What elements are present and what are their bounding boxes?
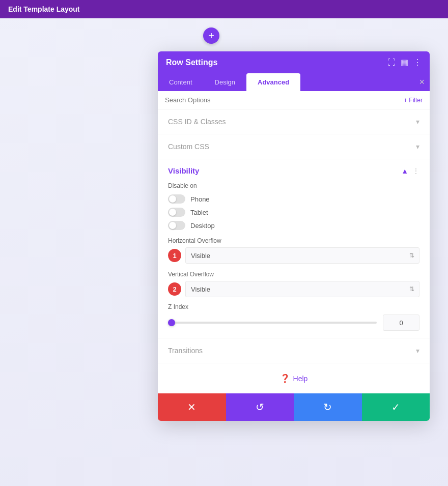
- transitions-label: Transitions: [168, 347, 203, 355]
- save-button[interactable]: ✓: [362, 393, 430, 421]
- toggle-row-desktop: Desktop: [168, 221, 419, 230]
- tab-advanced[interactable]: Advanced: [246, 73, 300, 91]
- tablet-toggle[interactable]: [168, 208, 185, 217]
- toggle-row-phone: Phone: [168, 194, 419, 204]
- vertical-overflow-label: Vertical Overflow: [168, 271, 419, 278]
- horizontal-overflow-label: Horizontal Overflow: [168, 237, 419, 244]
- visibility-chevron-up[interactable]: ▲: [401, 167, 408, 175]
- custom-css-section[interactable]: Custom CSS ▾: [158, 134, 430, 159]
- horizontal-overflow-select-wrapper: Visible Hidden Scroll Auto ⇅: [185, 247, 419, 264]
- search-input[interactable]: [165, 96, 404, 104]
- visibility-section: Visibility ▲ ⋮ Disable on Phone Tablet: [158, 159, 430, 338]
- close-button[interactable]: ×: [413, 73, 430, 91]
- css-id-section[interactable]: CSS ID & Classes ▾: [158, 109, 430, 134]
- vertical-overflow-row: 2 Visible Hidden Scroll Auto ⇅: [168, 281, 419, 297]
- horizontal-overflow-row: 1 Visible Hidden Scroll Auto ⇅: [168, 247, 419, 264]
- horizontal-overflow-badge: 1: [168, 249, 181, 262]
- columns-icon[interactable]: ▦: [401, 58, 408, 67]
- panel-body: CSS ID & Classes ▾ Custom CSS ▾ Visibili…: [158, 109, 430, 393]
- panel-title: Row Settings: [166, 58, 217, 67]
- desktop-label: Desktop: [190, 222, 215, 230]
- help-row: ❓ Help: [158, 363, 430, 393]
- vertical-overflow-group: Vertical Overflow 2 Visible Hidden Scrol…: [168, 271, 419, 297]
- z-index-label: Z Index: [168, 303, 419, 310]
- transitions-chevron: ▾: [416, 347, 419, 355]
- vertical-overflow-badge: 2: [168, 282, 181, 296]
- canvas-area: + Row Settings ⛶ ▦ ⋮ Content Design Adva…: [0, 18, 448, 486]
- css-id-chevron: ▾: [416, 118, 419, 126]
- visibility-title: Visibility: [168, 166, 199, 175]
- undo-button[interactable]: ↺: [226, 393, 294, 421]
- tabs-row: Content Design Advanced ×: [158, 73, 430, 91]
- tablet-label: Tablet: [190, 209, 208, 216]
- tab-design[interactable]: Design: [204, 73, 246, 91]
- vertical-overflow-select-wrapper: Visible Hidden Scroll Auto ⇅: [185, 281, 419, 297]
- desktop-toggle[interactable]: [168, 221, 185, 230]
- redo-button[interactable]: ↻: [294, 393, 362, 421]
- panel-header: Row Settings ⛶ ▦ ⋮: [158, 51, 430, 73]
- top-bar-title: Edit Template Layout: [8, 5, 80, 13]
- help-icon: ❓: [280, 374, 290, 383]
- fullscreen-icon[interactable]: ⛶: [387, 58, 396, 67]
- bottom-bar: ✕ ↺ ↻ ✓: [158, 393, 430, 421]
- toggle-row-tablet: Tablet: [168, 208, 419, 217]
- css-id-label: CSS ID & Classes: [168, 118, 226, 126]
- horizontal-overflow-group: Horizontal Overflow 1 Visible Hidden Scr…: [168, 237, 419, 264]
- row-settings-panel: Row Settings ⛶ ▦ ⋮ Content Design Advanc…: [158, 51, 430, 421]
- transitions-section[interactable]: Transitions ▾: [158, 338, 430, 363]
- top-bar: Edit Template Layout: [0, 0, 448, 18]
- search-bar: + Filter: [158, 91, 430, 109]
- add-section-button[interactable]: +: [203, 27, 219, 44]
- tab-content[interactable]: Content: [158, 73, 204, 91]
- custom-css-label: Custom CSS: [168, 142, 209, 151]
- phone-label: Phone: [190, 195, 210, 203]
- more-options-icon[interactable]: ⋮: [413, 58, 422, 67]
- cancel-button[interactable]: ✕: [158, 393, 226, 421]
- z-index-row: [168, 315, 419, 331]
- z-index-slider[interactable]: [168, 322, 377, 324]
- custom-css-chevron: ▾: [416, 142, 419, 151]
- horizontal-overflow-select[interactable]: Visible Hidden Scroll Auto: [185, 247, 419, 264]
- visibility-header: Visibility ▲ ⋮: [168, 166, 419, 175]
- visibility-icons: ▲ ⋮: [401, 167, 419, 175]
- help-link[interactable]: Help: [293, 375, 308, 383]
- z-index-group: Z Index: [168, 303, 419, 331]
- phone-toggle[interactable]: [168, 194, 185, 204]
- disable-on-label: Disable on: [168, 182, 419, 189]
- vertical-overflow-select[interactable]: Visible Hidden Scroll Auto: [185, 281, 419, 297]
- filter-button[interactable]: + Filter: [404, 97, 423, 104]
- panel-header-icons: ⛶ ▦ ⋮: [387, 58, 422, 67]
- z-index-input[interactable]: [383, 315, 419, 331]
- visibility-more-icon[interactable]: ⋮: [412, 167, 419, 175]
